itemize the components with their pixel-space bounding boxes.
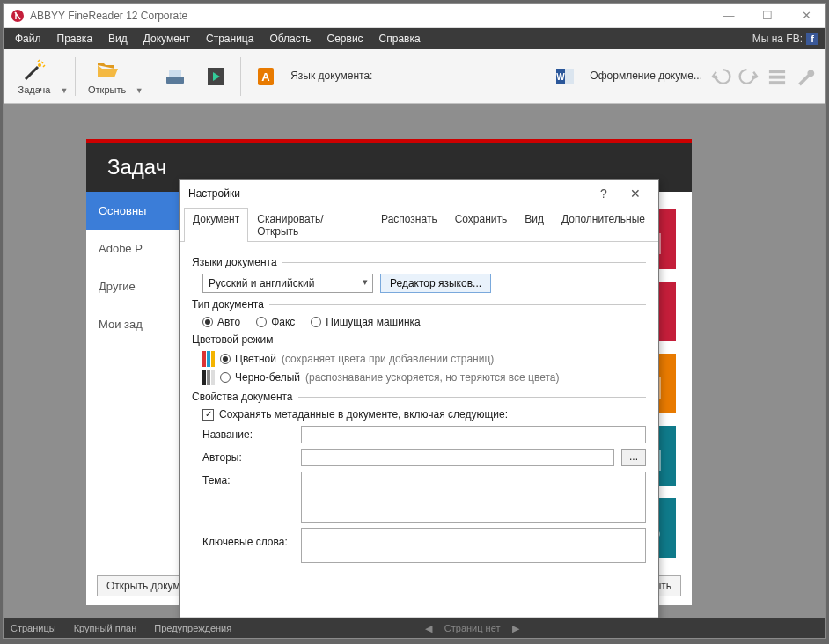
metadata-checkbox[interactable]: ✓ Сохранять метаданные в документе, вклю… xyxy=(202,408,646,421)
word-button[interactable]: W xyxy=(546,61,584,92)
radio-icon xyxy=(311,317,321,327)
authors-browse-button[interactable]: ... xyxy=(621,449,646,466)
app-title: ABBYY FineReader 12 Corporate xyxy=(30,10,709,22)
sidebar-item-my[interactable]: Мои зад xyxy=(86,305,181,343)
minimize-button[interactable]: — xyxy=(709,4,748,28)
tab-document[interactable]: Документ xyxy=(184,208,248,242)
keywords-input[interactable] xyxy=(301,528,646,563)
options-icon[interactable] xyxy=(766,65,789,88)
dialog-titlebar: Настройки ? ✕ xyxy=(180,180,658,207)
task-button[interactable]: Задача xyxy=(11,55,58,99)
dialog-tabs: Документ Сканировать/Открыть Распознать … xyxy=(180,207,658,242)
menubar: Файл Правка Вид Документ Страница Област… xyxy=(4,28,825,49)
open-document-button[interactable]: Открыть докум xyxy=(97,575,190,596)
maximize-button[interactable]: ☐ xyxy=(748,4,787,28)
menu-document[interactable]: Документ xyxy=(136,28,198,49)
statusbar: Страницы Крупный план Предупреждения ◀ С… xyxy=(4,618,825,638)
prev-page-icon[interactable]: ◀ xyxy=(425,623,432,634)
next-page-icon[interactable]: ▶ xyxy=(512,623,519,634)
menu-page[interactable]: Страница xyxy=(198,28,261,49)
menu-view[interactable]: Вид xyxy=(100,28,136,49)
name-input[interactable] xyxy=(301,426,646,443)
task-panel-title: Задач xyxy=(107,155,166,179)
svg-rect-27 xyxy=(207,370,210,385)
close-button[interactable]: ✕ xyxy=(787,4,825,28)
radio-icon xyxy=(220,354,231,364)
status-pages[interactable]: Страницы xyxy=(11,623,56,633)
undo-icon[interactable] xyxy=(709,65,732,88)
window-buttons: — ☐ ✕ xyxy=(709,4,825,28)
open-button[interactable]: Открыть xyxy=(81,55,133,99)
dialog-body: Языки документа Русский и английский Ред… xyxy=(180,242,658,617)
menu-file[interactable]: Файл xyxy=(7,28,49,49)
wand-icon xyxy=(22,58,47,83)
dialog-help-button[interactable]: ? xyxy=(588,187,620,201)
lang-editor-button[interactable]: Редактор языков... xyxy=(380,274,491,293)
content: Задач Основны Adobe P Другие Мои зад A О… xyxy=(4,104,825,618)
word-icon: W xyxy=(553,64,577,89)
tab-view[interactable]: Вид xyxy=(516,208,553,242)
authors-input[interactable] xyxy=(301,449,614,466)
radio-typewriter[interactable]: Пишущая машинка xyxy=(311,316,420,328)
design-label: Оформление докуме... xyxy=(590,70,702,82)
status-warnings[interactable]: Предупреждения xyxy=(154,623,231,633)
menu-area[interactable]: Область xyxy=(261,28,319,49)
radio-icon xyxy=(220,372,231,383)
tab-recognize[interactable]: Распознать xyxy=(372,208,446,242)
task-dropdown[interactable]: ▼ xyxy=(59,55,70,95)
toolbar: Задача ▼ Открыть ▼ A Язык документа: W xyxy=(4,49,825,104)
lang-section-label: Языки документа xyxy=(192,256,277,268)
theme-label: Тема: xyxy=(202,472,294,487)
menu-service[interactable]: Сервис xyxy=(319,28,371,49)
radio-color[interactable]: Цветной xyxy=(220,353,276,365)
props-section-label: Свойства документа xyxy=(192,391,293,403)
folder-open-icon xyxy=(95,58,120,83)
scanner-icon xyxy=(163,64,187,89)
facebook-link[interactable]: Мы на FB: f xyxy=(752,28,822,49)
sidebar-item-adobe[interactable]: Adobe P xyxy=(86,230,181,267)
tools-icon[interactable] xyxy=(794,65,817,88)
dialog-footer: OK Отмена Справка xyxy=(180,617,658,618)
play-doc-icon xyxy=(203,64,228,89)
dialog-title: Настройки xyxy=(188,187,588,200)
dictionary-icon: A xyxy=(253,64,278,89)
color-swatch-icon xyxy=(202,351,215,367)
svg-rect-25 xyxy=(211,351,215,367)
redo-icon[interactable] xyxy=(737,65,760,88)
lang-select[interactable]: Русский и английский xyxy=(202,274,373,293)
svg-rect-26 xyxy=(202,370,206,385)
radio-icon xyxy=(256,317,267,327)
svg-text:W: W xyxy=(557,72,566,82)
status-zoom[interactable]: Крупный план xyxy=(74,623,137,633)
facebook-icon: f xyxy=(806,33,818,45)
menu-edit[interactable]: Правка xyxy=(49,28,101,49)
tab-advanced[interactable]: Дополнительные xyxy=(553,208,654,242)
dict-button[interactable]: A xyxy=(246,61,285,92)
task-label: Задача xyxy=(18,84,51,95)
read-button[interactable] xyxy=(196,61,235,92)
fb-label: Мы на FB: xyxy=(752,33,803,45)
tab-scan[interactable]: Сканировать/Открыть xyxy=(248,208,372,242)
dialog-close-button[interactable]: ✕ xyxy=(620,187,651,201)
keywords-label: Ключевые слова: xyxy=(202,533,294,548)
theme-input[interactable] xyxy=(301,472,646,523)
bw-swatch-icon xyxy=(202,370,215,385)
menu-help[interactable]: Справка xyxy=(371,28,429,49)
sidebar-item-other[interactable]: Другие xyxy=(86,267,181,305)
radio-fax[interactable]: Факс xyxy=(256,316,295,328)
name-label: Название: xyxy=(202,426,294,441)
checkbox-icon: ✓ xyxy=(202,409,214,421)
radio-auto[interactable]: Авто xyxy=(202,316,240,328)
radio-bw[interactable]: Черно-белый xyxy=(220,371,300,384)
titlebar: ABBYY FineReader 12 Corporate — ☐ ✕ xyxy=(4,4,825,28)
svg-rect-3 xyxy=(169,70,181,77)
open-dropdown[interactable]: ▼ xyxy=(134,55,144,95)
svg-rect-12 xyxy=(769,81,785,84)
status-mid: Страниц нет xyxy=(444,623,501,633)
tab-save[interactable]: Сохранить xyxy=(446,208,517,242)
task-sidebar: Основны Adobe P Другие Мои зад xyxy=(86,192,181,343)
settings-dialog: Настройки ? ✕ Документ Сканировать/Откры… xyxy=(179,179,659,618)
sidebar-item-main[interactable]: Основны xyxy=(86,192,181,230)
scan-button[interactable] xyxy=(156,61,194,92)
type-section-label: Тип документа xyxy=(192,298,264,311)
